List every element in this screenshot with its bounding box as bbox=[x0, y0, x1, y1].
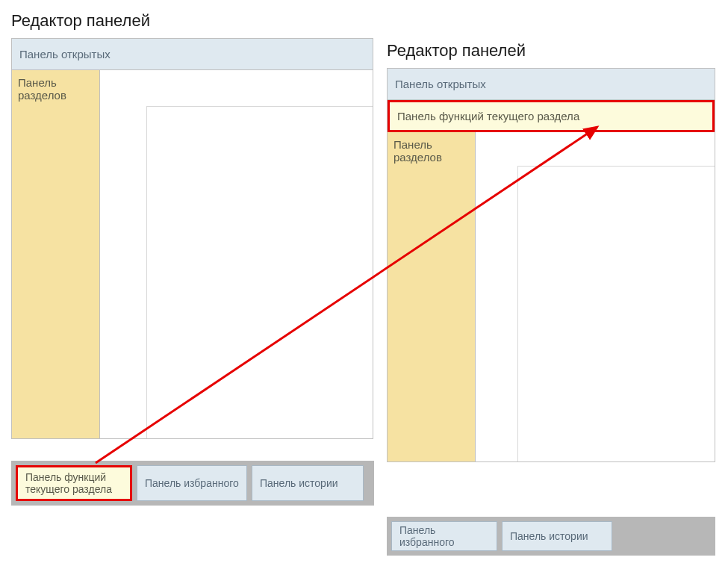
palette-item-functions[interactable]: Панель функций текущего раздела bbox=[16, 465, 132, 501]
workspace-area[interactable] bbox=[100, 70, 373, 438]
sections-panel[interactable]: Панель разделов bbox=[12, 70, 100, 438]
open-panels-bar[interactable]: Панель открытых bbox=[388, 69, 715, 100]
palette-item-favorites[interactable]: Панель избранного bbox=[391, 521, 497, 551]
editor-body: Панель открытых Панель разделов bbox=[11, 38, 373, 439]
panel-palette-right: Панель избранного Панель истории bbox=[387, 517, 715, 556]
palette-item-favorites[interactable]: Панель избранного bbox=[137, 465, 247, 501]
panel-editor-left: Редактор панелей Панель открытых Панель … bbox=[11, 11, 373, 439]
panel-editor-right: Редактор панелей Панель открытых Панель … bbox=[387, 41, 715, 462]
workspace-inner bbox=[146, 106, 373, 438]
panel-palette-left: Панель функций текущего раздела Панель и… bbox=[11, 461, 374, 506]
editor-body: Панель открытых Панель функций текущего … bbox=[387, 68, 715, 462]
editor-main-area: Панель разделов bbox=[388, 132, 715, 461]
editor-main-area: Панель разделов bbox=[12, 70, 373, 438]
editor-title: Редактор панелей bbox=[387, 41, 715, 60]
editor-title: Редактор панелей bbox=[11, 11, 373, 31]
palette-item-history[interactable]: Панель истории bbox=[252, 465, 364, 501]
open-panels-bar[interactable]: Панель открытых bbox=[12, 39, 373, 70]
workspace-area[interactable] bbox=[476, 132, 715, 461]
palette-item-history[interactable]: Панель истории bbox=[502, 521, 612, 551]
sections-panel[interactable]: Панель разделов bbox=[388, 132, 476, 461]
workspace-inner bbox=[517, 166, 715, 461]
functions-panel-bar[interactable]: Панель функций текущего раздела bbox=[388, 100, 715, 132]
